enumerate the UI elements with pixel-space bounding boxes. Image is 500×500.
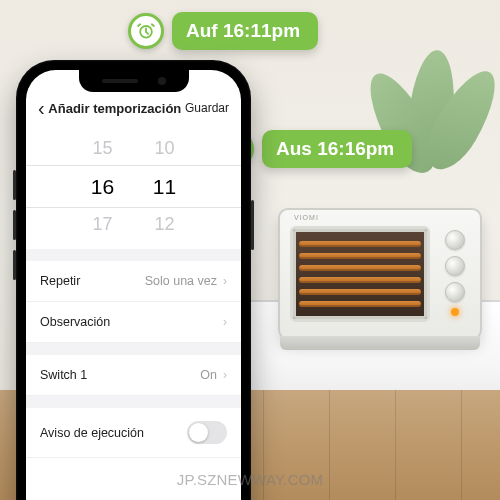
- callout-on-time: Auf 16:11pm: [128, 12, 318, 50]
- back-button[interactable]: ‹: [38, 98, 45, 118]
- save-button[interactable]: Guardar: [185, 101, 229, 115]
- row-label: Repetir: [40, 274, 80, 288]
- row-value: On: [200, 368, 217, 382]
- notify-toggle[interactable]: [187, 421, 227, 444]
- row-notify[interactable]: Aviso de ejecución: [26, 408, 241, 458]
- oven-door: [290, 226, 430, 322]
- picker-prev: 1510: [26, 134, 241, 163]
- callout-off-label: Aus 16:16pm: [262, 130, 412, 168]
- row-label: Switch 1: [40, 368, 87, 382]
- chevron-right-icon: ›: [223, 368, 227, 382]
- row-repeat[interactable]: Repetir Solo una vez ›: [26, 261, 241, 302]
- time-picker[interactable]: 1510 1611 1712: [26, 128, 241, 249]
- chevron-right-icon: ›: [223, 274, 227, 288]
- page-title: Añadir temporización: [48, 101, 181, 116]
- oven-brand: VIOMI: [294, 214, 319, 221]
- chevron-right-icon: ›: [223, 315, 227, 329]
- phone-notch: [79, 70, 189, 92]
- phone-mockup: ‹ Añadir temporización Guardar 1510 1611…: [16, 60, 251, 500]
- row-note[interactable]: Observación ›: [26, 302, 241, 343]
- oven-knob: [445, 230, 465, 250]
- row-label: Aviso de ejecución: [40, 426, 144, 440]
- picker-selected[interactable]: 1611: [26, 165, 241, 209]
- alarm-icon: [128, 13, 164, 49]
- settings-list: Repetir Solo una vez › Observación › Swi…: [26, 249, 241, 458]
- oven-knob: [445, 256, 465, 276]
- phone-screen: ‹ Añadir temporización Guardar 1510 1611…: [26, 70, 241, 500]
- row-value: Solo una vez: [145, 274, 217, 288]
- row-label: Observación: [40, 315, 110, 329]
- oven-panel: [436, 224, 474, 322]
- watermark: JP.SZNEWWAY.COM: [177, 471, 324, 488]
- callout-on-label: Auf 16:11pm: [172, 12, 318, 50]
- oven-knob: [445, 282, 465, 302]
- row-switch1[interactable]: Switch 1 On ›: [26, 355, 241, 396]
- toaster-oven: VIOMI: [278, 208, 482, 340]
- picker-next: 1712: [26, 210, 241, 239]
- oven-indicator-light: [451, 308, 459, 316]
